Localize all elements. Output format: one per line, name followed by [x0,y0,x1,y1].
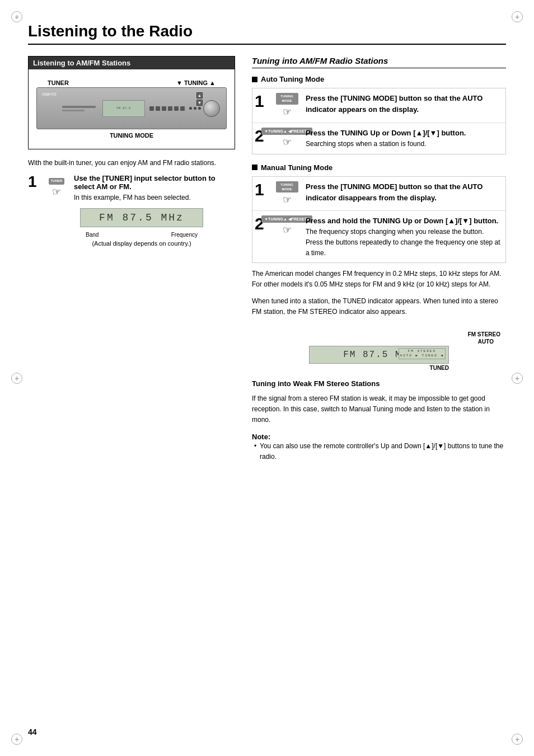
receiver-buttons [149,106,185,111]
manual-mode-steps: 1 TUNING MODE ☞ Press the [TUNING MODE] … [252,176,506,264]
page-title: Listening to the Radio [28,22,506,45]
band-label: Band [86,232,99,238]
fm-bottom-display: FM 87.5 MHz FM STEREOAUTO ▶ TUNED ◀ [309,346,449,364]
fm-stereo-indicator: FM STEREOAUTO ▶ TUNED ◀ [399,348,446,359]
receiver-illustration: ONKYO FM 87.5 [36,87,227,129]
manual-step1-num: 1 [255,181,268,198]
tuning-mode-label: TUNING MODE [34,132,229,139]
step1-desc: In this example, FM has been selected. [74,192,235,203]
page-number: 44 [28,727,37,736]
auto-step1-icon: TUNING MODE ☞ [271,93,302,118]
manual-mode-heading: Manual Tuning Mode [252,163,506,172]
weak-fm-section: Tuning into Weak FM Stereo Stations If t… [252,379,506,426]
step1-icon: TUNER ☞ [43,174,71,202]
device-diagram: TUNER ▼ TUNING ▲ ONKYO FM 87.5 [34,79,229,139]
section-box-title: Listening to AM/FM Stations [29,57,235,69]
manual-step1: 1 TUNING MODE ☞ Press the [TUNING MODE] … [252,177,505,212]
page: Listening to the Radio Listening to AM/F… [0,0,534,756]
tuner-label: TUNER [48,79,69,86]
manual-step1-icon: TUNING MODE ☞ [271,181,302,206]
tuning-buttons-device: ▲ ▼ [196,92,203,106]
auto-mode-label: Auto Tuning Mode [261,75,324,83]
content-columns: Listening to AM/FM Stations TUNER ▼ TUNI… [28,56,506,462]
display-note: (Actual display depends on country.) [48,240,235,247]
step1-content: Use the [TUNER] input selector button to… [74,174,235,203]
right-column: Tuning into AM/FM Radio Stations Auto Tu… [252,56,506,462]
fm-display-left: FM 87.5 MHz Band Frequency (Actual displ… [48,208,235,247]
intro-text: With the built-in tuner, you can enjoy A… [28,158,235,168]
auto-mode-bullet [252,77,257,82]
fm-stereo-top-label: FM STEREO [468,331,500,337]
auto-step2-text: Press the TUNING Up or Down [▲]/[▼] butt… [306,128,503,149]
note-section: Note: You can also use the remote contro… [252,433,506,462]
receiver-logo: ONKYO [42,92,57,96]
step1-block: 1 TUNER ☞ Use the [TUNER] input selector… [28,174,235,203]
manual-mode-bullet [252,165,257,170]
auto-step2: 2 ▼TUNING▲ ◀PRESET▶ ☞ Press the TUNING U… [252,123,505,154]
receiver-knob [203,100,220,117]
auto-mode-steps: 1 TUNING MODE ☞ Press the [TUNING MODE] … [252,88,506,154]
manual-step1-text: Press the [TUNING MODE] button so that t… [306,181,503,204]
right-section-title: Tuning into AM/FM Radio Stations [252,56,506,68]
auto-mode-heading: Auto Tuning Mode [252,75,506,83]
manual-step2-icon: ▼TUNING▲ ◀PRESET▶ ☞ [271,215,302,236]
receiver-display-panel: FM 87.5 [102,100,145,117]
display-labels-row: Band Frequency [80,232,203,238]
auto-step1: 1 TUNING MODE ☞ Press the [TUNING MODE] … [252,88,505,123]
manual-step2-text: Press and hold the TUNING Up or Down [▲]… [306,215,503,258]
note-title: Note: [252,433,506,441]
auto-top-label: AUTO [478,339,494,345]
manual-mode-label: Manual Tuning Mode [261,163,332,172]
left-column: Listening to AM/FM Stations TUNER ▼ TUNI… [28,56,235,462]
tuning-arrow-label: ▼ TUNING ▲ [176,79,216,86]
manual-step2: 2 ▼TUNING▲ ◀PRESET▶ ☞ Press and hold the… [252,211,505,262]
display-screen: FM 87.5 MHz [80,208,203,227]
freq-label: Frequency [171,232,198,238]
note-bullet: You can also use the remote controller's… [252,441,506,462]
listening-section-box: Listening to AM/FM Stations TUNER ▼ TUNI… [28,56,235,149]
fm-bottom-display-wrapper: FM 87.5 MHz FM STEREOAUTO ▶ TUNED ◀ TUNE… [309,346,449,371]
tuned-label: TUNED [309,365,449,371]
step1-number: 1 [28,174,39,190]
auto-step1-text: Press the [TUNING MODE] button so that t… [306,93,503,115]
body-text-2: When tuned into a station, the TUNED ind… [252,296,506,317]
section-box-content: TUNER ▼ TUNING ▲ ONKYO FM 87.5 [29,69,235,149]
weak-fm-text: If the signal from a stereo FM station i… [252,393,506,426]
weak-fm-title: Tuning into Weak FM Stereo Stations [252,379,506,388]
auto-step2-icon: ▼TUNING▲ ◀PRESET▶ ☞ [271,128,302,148]
auto-step1-num: 1 [255,93,268,110]
step1-title: Use the [TUNER] input selector button to… [74,174,235,191]
body-text-1: The American model changes FM frequency … [252,269,506,290]
fm-stereo-area: FM STEREO AUTO FM 87.5 MHz FM STEREOAUTO… [252,326,506,371]
